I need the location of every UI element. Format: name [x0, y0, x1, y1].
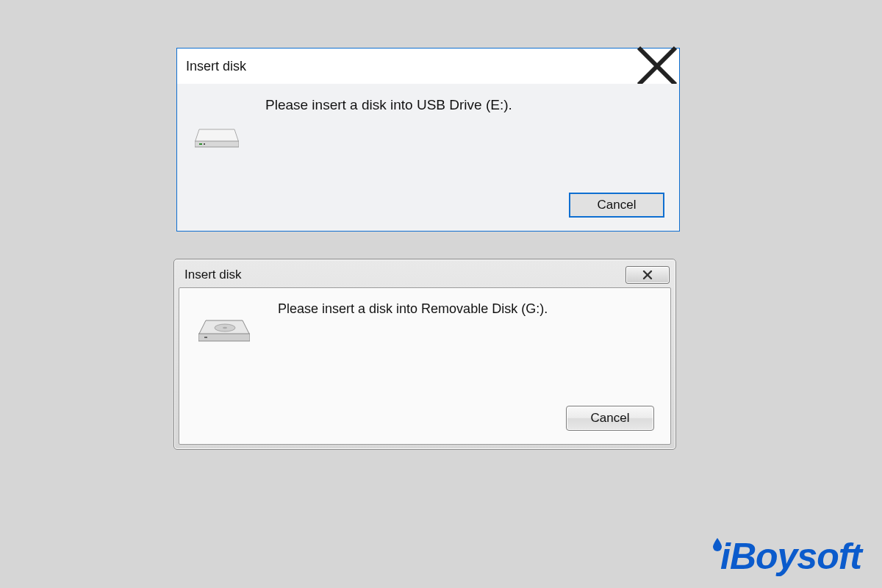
dialog-body: Please insert a disk into USB Drive (E:)… — [177, 84, 679, 231]
cancel-button[interactable]: Cancel — [569, 193, 664, 218]
cancel-label: Cancel — [598, 198, 637, 212]
insert-disk-dialog-win10: Insert disk Please insert a disk into US… — [176, 48, 680, 232]
watermark-logo: iBoysoft — [713, 535, 861, 578]
watermark-text: iBoysoft — [720, 535, 861, 578]
close-button[interactable] — [625, 266, 670, 284]
svg-rect-5 — [204, 143, 205, 145]
svg-rect-4 — [199, 143, 202, 145]
close-button[interactable] — [635, 49, 679, 84]
close-icon — [635, 44, 679, 88]
drive-icon — [195, 119, 239, 148]
dialog-message: Please insert a disk into Removable Disk… — [278, 301, 548, 317]
close-icon — [642, 270, 653, 280]
dialog-body: Please insert a disk into Removable Disk… — [179, 287, 671, 445]
dialog-title: Insert disk — [184, 268, 241, 282]
dialog-message: Please insert a disk into USB Drive (E:)… — [265, 97, 512, 113]
titlebar[interactable]: Insert disk — [179, 264, 671, 286]
svg-rect-12 — [204, 337, 207, 338]
cancel-button[interactable]: Cancel — [566, 406, 654, 431]
insert-disk-dialog-win7: Insert disk Please insert a disk into Re… — [173, 259, 676, 450]
svg-marker-2 — [195, 129, 239, 143]
cancel-label: Cancel — [591, 411, 630, 426]
svg-point-10 — [223, 327, 227, 329]
drive-icon — [198, 315, 250, 347]
dialog-title: Insert disk — [186, 59, 246, 74]
titlebar[interactable]: Insert disk — [177, 49, 679, 84]
